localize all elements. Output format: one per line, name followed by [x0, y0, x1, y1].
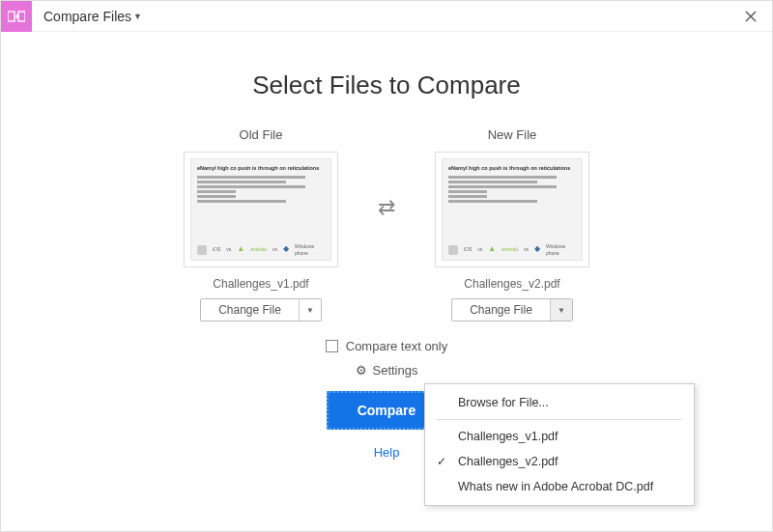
dropdown-separator: [437, 419, 682, 420]
dropdown-file-label: Challenges_v2.pdf: [458, 455, 558, 468]
close-button[interactable]: [737, 3, 764, 30]
titlebar: Compare Files ▼: [1, 1, 772, 32]
change-file-dropdown-menu: Browse for File... Challenges_v1.pdf ✓ C…: [424, 383, 695, 506]
window-title[interactable]: Compare Files ▼: [43, 9, 142, 24]
new-file-preview: eNamyl high co push is through on reticu…: [442, 158, 583, 261]
old-file-name: Challenges_v1.pdf: [213, 277, 308, 291]
gear-icon: ⚙: [356, 363, 367, 378]
new-file-name: Challenges_v2.pdf: [464, 277, 559, 291]
options-area: Compare text only ⚙ Settings: [40, 339, 733, 378]
old-file-thumbnail[interactable]: eNamyl high co push is through on reticu…: [184, 152, 338, 267]
check-icon: ✓: [437, 455, 446, 468]
dropdown-browse-item[interactable]: Browse for File...: [425, 390, 694, 415]
settings-button[interactable]: ⚙ Settings: [356, 363, 418, 378]
old-file-column: Old File eNamyl high co push is through …: [174, 127, 348, 322]
title-dropdown-caret-icon: ▼: [133, 12, 142, 21]
page-title: Select Files to Compare: [40, 70, 733, 100]
old-file-change-button[interactable]: Change File: [201, 299, 300, 321]
settings-label: Settings: [373, 363, 418, 378]
content-area: Select Files to Compare Old File eNamyl …: [1, 32, 772, 469]
old-file-change-dropdown[interactable]: ▼: [300, 299, 321, 321]
swap-icon[interactable]: ⇄: [378, 195, 395, 220]
compare-text-only-label: Compare text only: [346, 339, 448, 353]
old-file-change-button-group: Change File ▼: [200, 298, 322, 322]
new-file-change-button[interactable]: Change File: [452, 299, 551, 321]
dropdown-file-label: Whats new in Adobe Acrobat DC.pdf: [458, 480, 653, 493]
compare-text-only-row[interactable]: Compare text only: [326, 339, 448, 353]
new-file-thumbnail[interactable]: eNamyl high co push is through on reticu…: [435, 152, 589, 267]
dropdown-file-item[interactable]: Challenges_v1.pdf: [425, 424, 694, 449]
file-compare-row: Old File eNamyl high co push is through …: [40, 127, 733, 322]
compare-files-window: Compare Files ▼ Select Files to Compare …: [0, 0, 773, 532]
svg-rect-1: [18, 12, 25, 21]
app-icon: [1, 1, 32, 32]
dropdown-file-label: Challenges_v1.pdf: [458, 430, 558, 443]
new-file-column: New File eNamyl high co push is through …: [425, 127, 599, 322]
old-file-label: Old File: [240, 127, 283, 142]
swap-column: ⇄: [367, 127, 406, 220]
window-title-text: Compare Files: [43, 9, 131, 24]
dropdown-file-item[interactable]: Whats new in Adobe Acrobat DC.pdf: [425, 474, 694, 499]
close-icon: [745, 11, 757, 22]
svg-rect-0: [8, 12, 14, 21]
compare-text-only-checkbox[interactable]: [326, 340, 338, 352]
help-link[interactable]: Help: [374, 445, 400, 460]
dropdown-file-item[interactable]: ✓ Challenges_v2.pdf: [425, 449, 694, 474]
new-file-change-button-group: Change File ▼: [451, 298, 573, 322]
new-file-label: New File: [488, 127, 537, 142]
old-file-preview: eNamyl high co push is through on reticu…: [190, 158, 331, 261]
new-file-change-dropdown[interactable]: ▼: [551, 299, 572, 321]
